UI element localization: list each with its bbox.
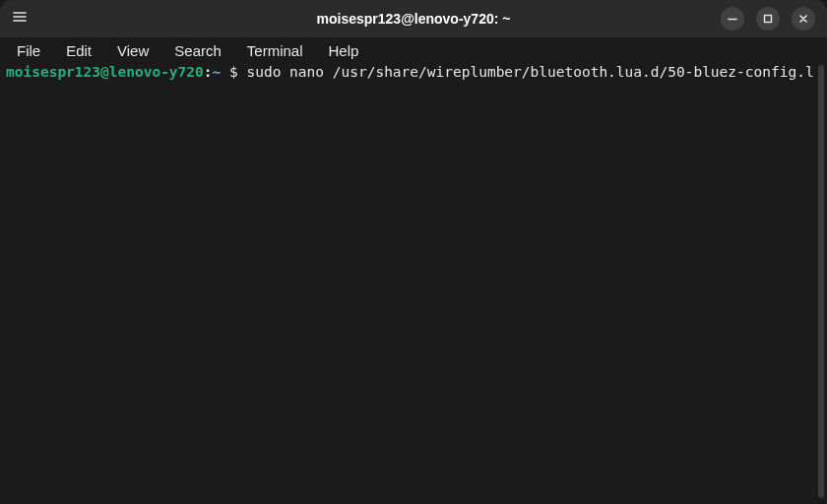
menubar: File Edit View Search Terminal Help xyxy=(0,37,827,63)
close-icon xyxy=(798,14,808,24)
typed-command: sudo nano /usr/share/wireplumber/bluetoo… xyxy=(246,64,815,80)
terminal-area: moisespr123@lenovo-y720:~ $ sudo nano /u… xyxy=(0,63,827,504)
hamburger-icon xyxy=(12,9,28,29)
prompt-path: ~ xyxy=(213,64,222,80)
minimize-icon xyxy=(728,14,737,24)
titlebar: moisespr123@lenovo-y720: ~ xyxy=(0,0,827,37)
app-menu-button[interactable] xyxy=(6,5,33,32)
scrollbar-track[interactable] xyxy=(815,63,827,504)
prompt-separator: : xyxy=(204,64,213,80)
maximize-button[interactable] xyxy=(756,7,780,31)
menu-search[interactable]: Search xyxy=(161,40,234,61)
close-button[interactable] xyxy=(792,7,815,31)
menu-view[interactable]: View xyxy=(104,40,161,61)
prompt-user-host: moisespr123@lenovo-y720 xyxy=(6,64,204,80)
terminal-surface[interactable]: moisespr123@lenovo-y720:~ $ sudo nano /u… xyxy=(0,63,815,504)
window-controls xyxy=(721,7,821,31)
menu-file[interactable]: File xyxy=(4,40,53,61)
menu-help[interactable]: Help xyxy=(316,40,372,61)
svg-rect-0 xyxy=(765,16,772,23)
window-title: moisespr123@lenovo-y720: ~ xyxy=(0,11,827,27)
prompt-symbol: $ xyxy=(221,64,246,80)
maximize-icon xyxy=(763,14,773,24)
menu-edit[interactable]: Edit xyxy=(53,40,104,61)
terminal-window: moisespr123@lenovo-y720: ~ File Edit Vi xyxy=(0,0,827,504)
menu-terminal[interactable]: Terminal xyxy=(234,40,316,61)
minimize-button[interactable] xyxy=(721,7,744,31)
scrollbar-thumb[interactable] xyxy=(818,65,824,498)
